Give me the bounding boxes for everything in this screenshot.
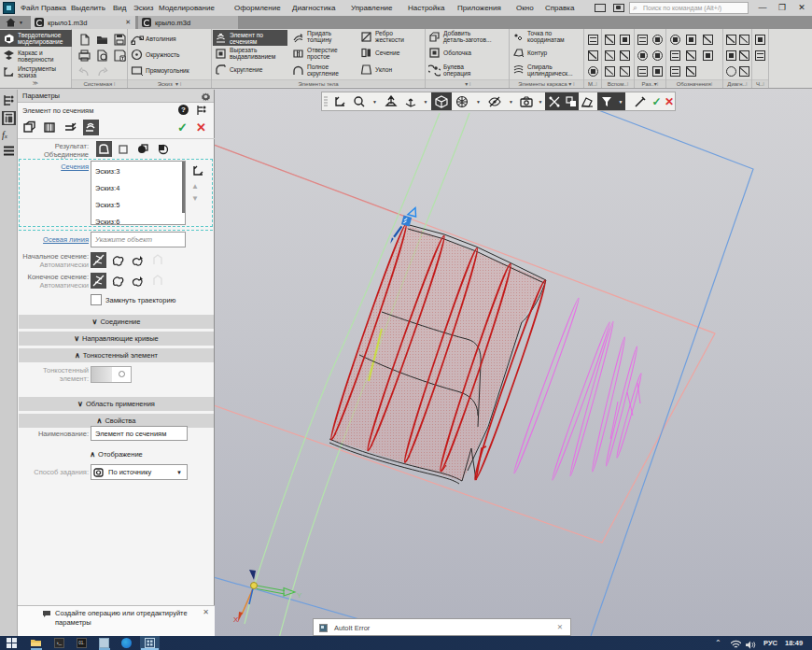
svg-text:Y: Y (297, 591, 302, 600)
svg-text:X: X (233, 615, 239, 624)
